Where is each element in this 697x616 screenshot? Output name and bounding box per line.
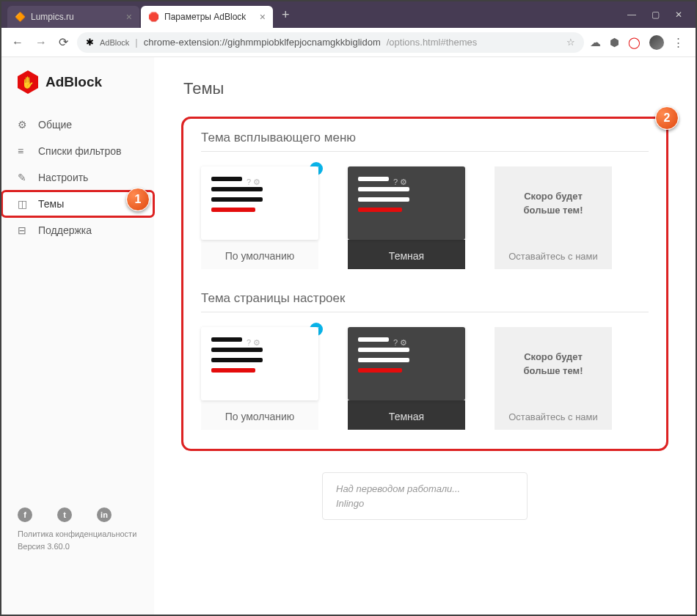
maximize-button[interactable]: ▢	[650, 10, 660, 20]
theme-card-more: Скоро будет больше тем! Оставайтесь с на…	[495, 166, 612, 269]
theme-row-popup: ✓ ?⚙ По умолчанию ?⚙	[201, 166, 649, 269]
url-host: chrome-extension://gighmmpiobklfepjocnam…	[144, 37, 381, 48]
theme-caption: По умолчанию	[201, 400, 318, 430]
back-button[interactable]: ←	[9, 33, 26, 52]
minimize-button[interactable]: —	[627, 10, 637, 20]
social-links: f t in	[1, 507, 154, 522]
more-themes-title: Скоро будет больше тем!	[495, 167, 612, 241]
close-icon[interactable]: ×	[260, 11, 266, 23]
theme-preview-light: ?⚙	[201, 166, 318, 240]
tab-title: Lumpics.ru	[31, 12, 74, 22]
sidebar-item-label: Общие	[38, 119, 72, 131]
sidebar-item-label: Поддержка	[38, 224, 92, 236]
more-themes-sub: Оставайтесь с нами	[495, 241, 612, 269]
message-icon: ⊟	[18, 224, 29, 236]
brand: ✋ AdBlock	[1, 70, 154, 111]
tab-adblock-options[interactable]: 🛑 Параметры AdBlock ×	[141, 6, 273, 28]
bookmark-icon[interactable]: ☆	[566, 37, 575, 48]
help-icon: ?	[393, 338, 398, 348]
facebook-icon[interactable]: f	[18, 507, 32, 522]
translator-line2: Inlingo	[336, 496, 514, 511]
translator-credit: Над переводом работали... Inlingo	[322, 472, 528, 520]
url-path: /options.html#themes	[387, 37, 478, 48]
annotation-badge-2: 2	[655, 106, 679, 130]
omnibox[interactable]: ✱ AdBlock | chrome-extension://gighmmpio…	[77, 32, 584, 53]
address-bar: ← → ⟳ ✱ AdBlock | chrome-extension://gig…	[1, 28, 696, 57]
theme-preview-dark: ?⚙	[348, 327, 465, 400]
reload-button[interactable]: ⟳	[56, 32, 71, 52]
extension-icon: ✱	[86, 37, 94, 48]
page-body: 1 ✋ AdBlock ⚙ Общие ≡ Списки фильтров ✎ …	[1, 57, 696, 615]
theme-card-dark[interactable]: ?⚙ Темная	[348, 166, 465, 269]
gear-icon: ⚙	[253, 338, 260, 348]
sidebar-item-label: Настроить	[38, 172, 88, 183]
theme-icon: ◫	[18, 198, 29, 210]
theme-card-default[interactable]: ✓ ?⚙ По умолчанию	[201, 327, 318, 430]
sidebar-item-customize[interactable]: ✎ Настроить	[1, 164, 154, 191]
help-icon: ?	[247, 177, 251, 187]
pencil-icon: ✎	[18, 172, 29, 183]
help-icon: ?	[247, 338, 251, 348]
footer-text: Политика конфиденциальности Версия 3.60.…	[1, 522, 154, 555]
sidebar-item-label: Темы	[38, 198, 64, 210]
more-themes-title: Скоро будет больше тем!	[495, 328, 612, 401]
profile-avatar[interactable]	[649, 35, 664, 50]
section-title-settings: Тема страницы настроек	[201, 291, 649, 312]
forward-button[interactable]: →	[32, 33, 50, 52]
tab-favicon-lumpics: 🔶	[15, 12, 25, 22]
annotation-badge-1: 1	[126, 188, 150, 211]
theme-preview-dark: ?⚙	[348, 166, 465, 240]
tab-lumpics[interactable]: 🔶 Lumpics.ru ×	[7, 6, 139, 28]
page-title: Темы	[183, 79, 666, 98]
theme-card-default[interactable]: ✓ ?⚙ По умолчанию	[201, 166, 318, 269]
section-title-popup: Тема всплывающего меню	[201, 131, 649, 152]
menu-button[interactable]: ⋮	[673, 36, 684, 49]
version-text: Версия 3.60.0	[18, 540, 138, 553]
more-themes-sub: Оставайтесь с нами	[495, 401, 612, 430]
gear-icon: ⚙	[253, 177, 260, 187]
cloud-icon[interactable]: ☁	[590, 36, 601, 49]
linkedin-icon[interactable]: in	[97, 507, 112, 522]
help-icon: ?	[393, 177, 398, 187]
translator-line1: Над переводом работали...	[336, 482, 514, 496]
opera-icon[interactable]: ◯	[628, 36, 641, 49]
close-icon[interactable]: ×	[126, 11, 132, 23]
window-titlebar: 🔶 Lumpics.ru × 🛑 Параметры AdBlock × + —…	[1, 1, 696, 28]
twitter-icon[interactable]: t	[57, 507, 72, 522]
gear-icon: ⚙	[400, 177, 407, 187]
toolbar-extensions: ☁ ⬢ ◯ ⋮	[590, 35, 688, 50]
gear-icon: ⚙	[18, 119, 29, 131]
sidebar-item-support[interactable]: ⊟ Поддержка	[1, 217, 154, 243]
gear-icon: ⚙	[400, 338, 407, 348]
sidebar: ✋ AdBlock ⚙ Общие ≡ Списки фильтров ✎ На…	[1, 57, 154, 615]
privacy-link[interactable]: Политика конфиденциальности	[18, 528, 138, 540]
theme-caption: Темная	[348, 400, 465, 430]
sidebar-item-general[interactable]: ⚙ Общие	[1, 111, 154, 138]
new-tab-button[interactable]: +	[274, 7, 297, 23]
tab-title: Параметры AdBlock	[164, 12, 246, 22]
themes-panel: 2 Тема всплывающего меню ✓ ?⚙ По умолчан…	[183, 119, 666, 449]
tab-favicon-adblock: 🛑	[148, 12, 158, 22]
close-button[interactable]: ✕	[674, 10, 684, 20]
content-area: Темы 2 Тема всплывающего меню ✓ ?⚙ По ум…	[154, 57, 696, 615]
theme-caption: По умолчанию	[201, 240, 318, 269]
adblock-logo: ✋	[18, 70, 38, 94]
cube-icon[interactable]: ⬢	[610, 36, 619, 49]
theme-card-dark[interactable]: ?⚙ Темная	[348, 327, 465, 430]
theme-card-more: Скоро будет больше тем! Оставайтесь с на…	[495, 327, 612, 430]
window-controls: — ▢ ✕	[627, 10, 696, 20]
sidebar-item-filter-lists[interactable]: ≡ Списки фильтров	[1, 138, 154, 164]
tab-strip: 🔶 Lumpics.ru × 🛑 Параметры AdBlock × +	[1, 1, 297, 28]
theme-preview-light: ?⚙	[201, 327, 318, 400]
list-icon: ≡	[18, 145, 29, 157]
theme-caption: Темная	[348, 240, 465, 269]
brand-name: AdBlock	[45, 74, 102, 90]
extension-label: AdBlock	[100, 38, 129, 47]
theme-row-settings: ✓ ?⚙ По умолчанию ?⚙	[201, 327, 649, 430]
sidebar-item-label: Списки фильтров	[38, 145, 121, 157]
